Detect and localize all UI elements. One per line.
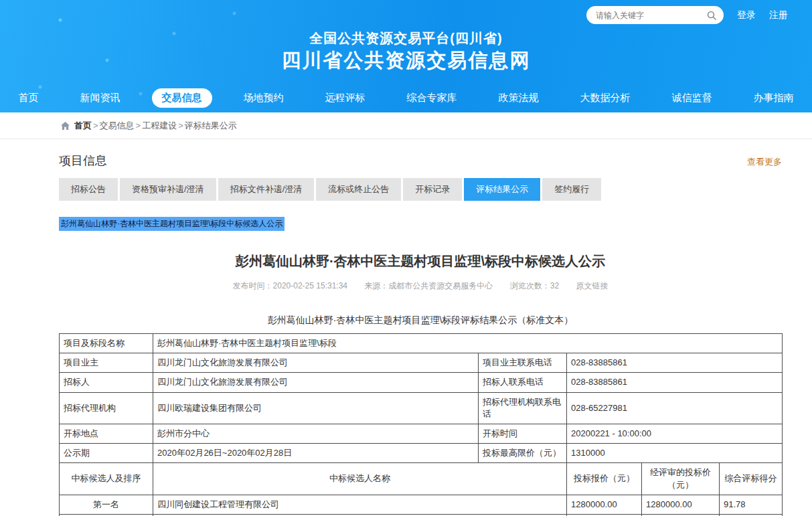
tab-1[interactable]: 招标公告 [59, 178, 118, 201]
table-cell: 四川龙门山文化旅游发展有限公司 [153, 353, 479, 373]
site-header: 登录 注册 全国公共资源交易平台(四川省) 四川省公共资源交易信息网 首页新闻资… [0, 0, 812, 112]
breadcrumb-items: 首页>交易信息>工程建设>评标结果公示 [74, 120, 237, 132]
register-link[interactable]: 注册 [769, 9, 788, 21]
home-icon[interactable] [60, 121, 70, 131]
publish-time: 发布时间：2020-02-25 15:31:34 [233, 281, 347, 290]
tab-7[interactable]: 签约履行 [542, 178, 601, 201]
view-count: 浏览次数：32 [510, 281, 559, 290]
tab-6[interactable]: 评标结果公示 [464, 178, 540, 201]
breadcrumb-item-2[interactable]: 交易信息 [100, 120, 135, 131]
tab-3[interactable]: 招标文件补遗/澄清 [218, 178, 315, 201]
site-title: 四川省公共资源交易信息网 [0, 48, 812, 74]
article-meta: 发布时间：2020-02-25 15:31:34 来源：成都市公共资源交易服务中… [59, 280, 782, 292]
table-cell: 综合评标得分 [720, 463, 783, 495]
table-cell: 招标人 [60, 373, 153, 392]
table-cell: 91.78 [720, 495, 783, 514]
table-cell: 项目及标段名称 [60, 334, 153, 353]
breadcrumb-item-3[interactable]: 工程建设 [142, 120, 177, 131]
table-row-4: 招标代理机构四川欧瑞建设集团有限公司招标代理机构联系电话028-65227981 [60, 392, 783, 424]
breadcrumb-separator: > [136, 120, 141, 131]
tab-5[interactable]: 开标记录 [403, 178, 462, 201]
login-link[interactable]: 登录 [737, 9, 756, 21]
nav-item-9[interactable]: 诚信监督 [662, 88, 722, 108]
table-cell: 028-65227981 [567, 392, 783, 424]
table-cell: 028-83885861 [567, 373, 783, 392]
table-cell: 项目业主 [60, 353, 153, 373]
table-cell: 1280000.00 [567, 495, 642, 514]
announcement-list: 彭州葛仙山林野·杏林中医主题村项目监理\标段中标候选人公示 [59, 217, 782, 231]
table-cell: 招标代理机构 [60, 392, 153, 424]
publish-time-label: 发布时间： [233, 281, 273, 290]
tab-bar: 招标公告资格预审补遗/澄清招标文件补遗/澄清流标或终止公告开标记录评标结果公示签… [59, 178, 782, 201]
table-cell: 第一名 [60, 495, 153, 514]
table-cell: 招标人联系电话 [479, 373, 567, 392]
table-cell: 四川欧瑞建设集团有限公司 [153, 392, 479, 424]
nav-item-7[interactable]: 政策法规 [489, 88, 549, 108]
table-cell: 2020年02月26日~2020年02月28日 [153, 444, 479, 463]
table-row-2: 项目业主四川龙门山文化旅游发展有限公司项目业主联系电话028-83885861 [60, 353, 783, 373]
table-cell: 1280000.00 [642, 495, 720, 514]
article-title: 彭州葛仙山林野·杏林中医主题村项目监理\标段中标候选人公示 [59, 252, 782, 270]
list-item-selected[interactable]: 彭州葛仙山林野·杏林中医主题村项目监理\标段中标候选人公示 [59, 217, 285, 231]
section-title: 项目信息 [59, 153, 107, 169]
nav-item-8[interactable]: 大数据分析 [570, 88, 641, 108]
nav-item-6[interactable]: 综合专家库 [397, 88, 467, 108]
main-nav: 首页新闻资讯交易信息场地预约远程评标综合专家库政策法规大数据分析诚信监督办事指南 [0, 88, 812, 108]
table-cell: 开标地点 [60, 424, 153, 443]
tab-4[interactable]: 流标或终止公告 [316, 178, 401, 201]
table-cell: 公示期 [60, 444, 153, 463]
nav-item-5[interactable]: 远程评标 [315, 88, 376, 108]
nav-item-3[interactable]: 交易信息 [152, 88, 212, 108]
table-row-7: 中标候选人及排序中标候选人名称投标报价（元）经评审的投标价（元）综合评标得分 [60, 463, 783, 495]
search-input[interactable] [596, 11, 706, 20]
nav-item-1[interactable]: 首页 [9, 88, 49, 108]
search-box [586, 6, 724, 24]
nav-item-10[interactable]: 办事指南 [744, 88, 804, 108]
table-cell: 中标候选人及排序 [60, 463, 153, 495]
table-row-6: 公示期2020年02月26日~2020年02月28日投标最高限价（元）13100… [60, 444, 783, 463]
publish-time-value: 2020-02-25 15:31:34 [273, 281, 347, 290]
table-cell: 开标时间 [479, 424, 567, 443]
breadcrumb-item-4[interactable]: 评标结果公示 [185, 120, 237, 131]
table-cell: 四川同创建设工程管理有限公司 [153, 495, 567, 514]
table-caption: 彭州葛仙山林野·杏林中医主题村项目监理\标段评标结果公示（标准文本） [59, 315, 782, 327]
section-head: 项目信息 查看更多 [59, 153, 782, 169]
table-cell: 招标代理机构联系电话 [479, 392, 567, 424]
source-value: 成都市公共资源交易服务中心 [388, 281, 493, 290]
result-table: 项目及标段名称彭州葛仙山林野·杏林中医主题村项目监理\标段项目业主四川龙门山文化… [59, 333, 783, 516]
table-cell: 投标最高限价（元） [479, 444, 567, 463]
main-content: 项目信息 查看更多 招标公告资格预审补遗/澄清招标文件补遗/澄清流标或终止公告开… [59, 153, 782, 516]
table-cell: 彭州市分中心 [153, 424, 479, 443]
table-row-1: 项目及标段名称彭州葛仙山林野·杏林中医主题村项目监理\标段 [60, 334, 783, 353]
breadcrumb-separator: > [93, 120, 98, 131]
table-cell: 中标候选人名称 [153, 463, 567, 495]
table-row-5: 开标地点彭州市分中心开标时间20200221 - 10:00:00 [60, 424, 783, 443]
nav-item-4[interactable]: 场地预约 [234, 88, 294, 108]
table-cell: 经评审的投标价（元） [642, 463, 720, 495]
table-cell: 四川龙门山文化旅游发展有限公司 [153, 373, 479, 392]
view-more-link[interactable]: 查看更多 [747, 156, 782, 168]
table-row-8: 第一名四川同创建设工程管理有限公司1280000.001280000.0091.… [60, 495, 783, 514]
source: 来源：成都市公共资源交易服务中心 [364, 281, 493, 290]
nav-item-2[interactable]: 新闻资讯 [70, 88, 131, 108]
table-cell: 20200221 - 10:00:00 [567, 424, 783, 443]
table-row-3: 招标人四川龙门山文化旅游发展有限公司招标人联系电话028-83885861 [60, 373, 783, 392]
source-label: 来源： [364, 281, 388, 290]
table-cell: 1310000 [567, 444, 783, 463]
table-cell: 彭州葛仙山林野·杏林中医主题村项目监理\标段 [153, 334, 783, 353]
table-cell: 投标报价（元） [567, 463, 642, 495]
breadcrumb: 首页>交易信息>工程建设>评标结果公示 [0, 112, 812, 139]
breadcrumb-separator: > [178, 120, 183, 131]
site-subtitle: 全国公共资源交易平台(四川省) [0, 29, 812, 48]
origin-link[interactable]: 原文链接 [576, 281, 608, 290]
view-count-value: 32 [550, 281, 559, 290]
header-top: 登录 注册 [586, 6, 788, 24]
table-cell: 项目业主联系电话 [479, 353, 567, 373]
search-icon[interactable] [706, 10, 717, 21]
tab-2[interactable]: 资格预审补遗/澄清 [120, 178, 216, 201]
view-count-label: 浏览次数： [510, 281, 550, 290]
table-cell: 028-83885861 [567, 353, 783, 373]
breadcrumb-item-1[interactable]: 首页 [74, 120, 92, 131]
